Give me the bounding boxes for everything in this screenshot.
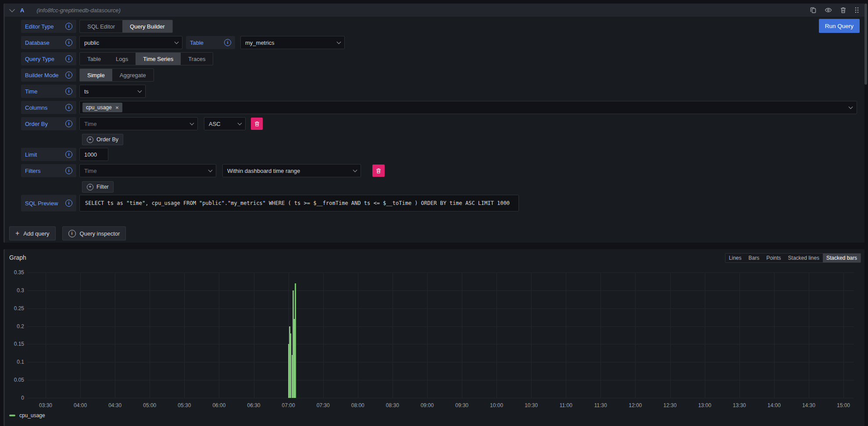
order-by-direction-select[interactable]: ASC	[204, 117, 246, 130]
database-select[interactable]: public	[79, 36, 182, 49]
editor-type-radio-group: SQL Editor Query Builder	[79, 20, 173, 33]
columns-label: Columns	[25, 104, 47, 111]
info-icon[interactable]: i	[65, 23, 72, 30]
add-filter-button[interactable]: + Filter	[82, 181, 114, 193]
x-axis-tick-label: 14:30	[797, 402, 821, 408]
order-by-add-row: + Order By	[21, 134, 857, 145]
duplicate-query-icon[interactable]	[810, 7, 817, 14]
x-grid-line	[670, 272, 671, 398]
column-tag-label: cpu_usage	[86, 104, 112, 111]
table-select[interactable]: my_metrics	[240, 36, 345, 49]
x-axis-tick-label: 06:30	[242, 402, 266, 408]
filter-field-select[interactable]: Time	[79, 164, 216, 177]
scrollbar-thumb[interactable]	[864, 4, 867, 85]
query-type-row: Query Type i Table Logs Time Series Trac…	[21, 52, 857, 65]
x-axis-tick-label: 06:00	[207, 402, 231, 408]
add-order-by-button[interactable]: + Order By	[82, 134, 123, 145]
x-axis-tick-label: 14:00	[762, 402, 786, 408]
plus-circle-icon: +	[87, 184, 93, 190]
x-axis-tick-label: 08:30	[380, 402, 405, 408]
columns-multiselect[interactable]: cpu_usage ✕	[79, 101, 857, 114]
add-query-button[interactable]: + Add query	[9, 226, 56, 240]
limit-label: Limit	[25, 151, 37, 158]
order-by-direction-value: ASC	[209, 121, 221, 127]
x-grid-line	[184, 272, 185, 398]
y-grid-line	[28, 380, 854, 380]
limit-row: Limit i	[21, 148, 857, 161]
y-grid-line	[28, 272, 854, 273]
database-label-box: Database i	[21, 36, 76, 49]
editor-type-row: Editor Type i SQL Editor Query Builder	[21, 20, 857, 33]
database-label: Database	[25, 39, 50, 46]
query-type-option-traces[interactable]: Traces	[181, 53, 213, 65]
query-row-header[interactable]: A (info8fcc-greptimedb-datasource)	[5, 4, 864, 17]
chevron-down-icon[interactable]	[9, 7, 15, 12]
info-icon[interactable]: i	[65, 167, 72, 174]
run-query-button[interactable]: Run Query	[819, 19, 860, 33]
x-axis-tick-label: 13:30	[727, 402, 752, 408]
order-by-label: Order By	[25, 121, 48, 127]
remove-order-by-button[interactable]	[251, 118, 263, 130]
builder-mode-option-simple[interactable]: Simple	[80, 69, 112, 81]
y-grid-line	[28, 344, 854, 344]
close-icon[interactable]: ✕	[115, 105, 119, 110]
limit-input[interactable]	[79, 148, 108, 161]
chart-plot[interactable]: 00.050.10.150.20.250.30.3503:3004:0004:3…	[5, 249, 866, 426]
sql-preview-label: SQL Preview	[25, 200, 58, 207]
query-type-option-time-series[interactable]: Time Series	[136, 53, 181, 65]
info-icon[interactable]: i	[65, 151, 72, 158]
info-icon[interactable]: i	[65, 88, 72, 95]
x-axis-tick-label: 11:30	[588, 402, 613, 408]
query-inspector-button[interactable]: i Query inspector	[62, 226, 126, 240]
query-header-actions	[810, 7, 859, 14]
x-grid-line	[566, 272, 566, 398]
editor-type-option-sql-editor[interactable]: SQL Editor	[80, 20, 122, 32]
editor-type-option-query-builder[interactable]: Query Builder	[122, 20, 172, 32]
x-grid-line	[80, 272, 81, 398]
info-icon[interactable]: i	[65, 39, 72, 46]
drag-handle-grip-icon[interactable]	[854, 7, 859, 14]
y-grid-line	[28, 308, 854, 309]
x-grid-line	[462, 272, 462, 398]
order-by-field-placeholder: Time	[84, 121, 96, 127]
builder-mode-radio-group: Simple Aggregate	[79, 68, 154, 82]
info-icon[interactable]: i	[65, 200, 72, 207]
info-icon[interactable]: i	[65, 55, 72, 62]
order-by-field-select[interactable]: Time	[79, 117, 198, 130]
remove-filter-button[interactable]	[372, 165, 385, 177]
chevron-down-icon	[849, 104, 853, 109]
builder-mode-label: Builder Mode	[25, 72, 59, 79]
info-icon[interactable]: i	[65, 120, 72, 127]
info-icon[interactable]: i	[224, 39, 231, 46]
screen: A (info8fcc-greptimedb-datasource)	[0, 0, 868, 426]
hide-query-eye-icon[interactable]	[825, 7, 832, 14]
time-column-select[interactable]: ts	[79, 85, 146, 98]
database-value: public	[84, 39, 99, 46]
legend-item-cpu-usage[interactable]: cpu_usage	[9, 412, 45, 419]
query-type-option-logs[interactable]: Logs	[108, 53, 136, 65]
plus-circle-icon: +	[87, 136, 93, 143]
column-tag-cpu-usage[interactable]: cpu_usage ✕	[82, 103, 122, 112]
query-ref-id[interactable]: A	[20, 7, 24, 14]
info-icon[interactable]: i	[65, 104, 72, 111]
x-axis-tick-label: 12:30	[658, 402, 682, 408]
info-circle-icon: i	[68, 230, 76, 237]
legend-series-label: cpu_usage	[19, 412, 45, 419]
x-axis-tick-label: 07:30	[311, 402, 336, 408]
filter-range-select[interactable]: Within dashboard time range	[222, 164, 361, 177]
x-grid-line	[531, 272, 532, 398]
add-query-label: Add query	[23, 230, 49, 237]
builder-mode-option-aggregate[interactable]: Aggregate	[112, 69, 154, 81]
x-axis-tick-label: 04:00	[68, 402, 93, 408]
filters-label-box: Filters i	[21, 164, 76, 177]
x-axis-tick-label: 09:30	[450, 402, 474, 408]
time-label-box: Time i	[21, 85, 76, 98]
plus-icon: +	[15, 230, 19, 237]
delete-query-trash-icon[interactable]	[840, 7, 847, 14]
query-type-option-table[interactable]: Table	[80, 53, 108, 65]
builder-mode-row: Builder Mode i Simple Aggregate	[21, 68, 857, 82]
sql-preview-label-box: SQL Preview i	[21, 195, 76, 211]
info-icon[interactable]: i	[65, 72, 72, 79]
y-grid-line	[28, 326, 854, 327]
y-axis-tick-label: 0.15	[5, 341, 24, 347]
